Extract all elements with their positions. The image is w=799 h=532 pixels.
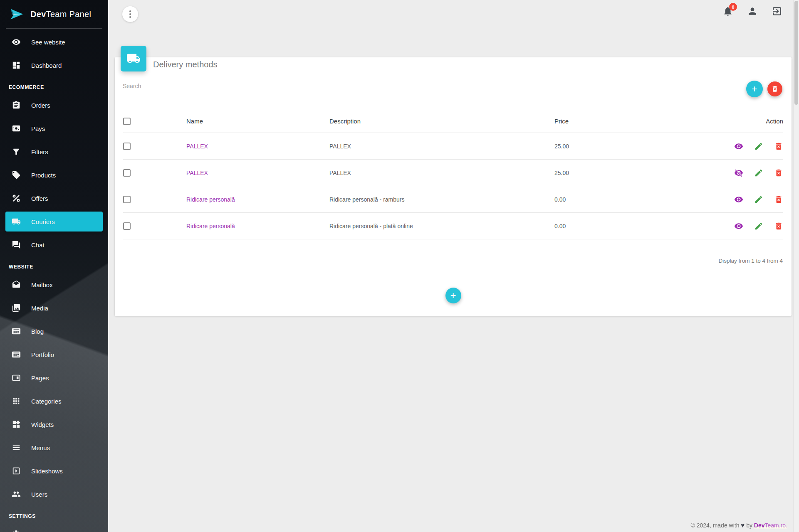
sidebar-item-couriers[interactable]: Couriers bbox=[5, 212, 103, 232]
column-header-price: Price bbox=[554, 118, 717, 125]
notifications-bell-icon[interactable]: 0 bbox=[722, 6, 733, 17]
main-content: 0 Delivery methods + Name bbox=[108, 0, 799, 532]
sidebar-item-label: Pays bbox=[31, 125, 45, 132]
row-checkbox[interactable] bbox=[123, 196, 131, 203]
kebab-menu-button[interactable] bbox=[122, 6, 138, 22]
grid-icon bbox=[11, 396, 21, 406]
sidebar-item-generals[interactable]: Generals bbox=[5, 522, 103, 532]
sidebar-item-label: Chat bbox=[31, 241, 45, 249]
table-row: Ridicare personalăRidicare personală - r… bbox=[123, 186, 783, 213]
sidebar-item-label: Dashboard bbox=[31, 62, 62, 69]
delete-trash-icon[interactable] bbox=[774, 222, 783, 231]
table-row: PALLEXPALLEX25.00 bbox=[123, 160, 783, 186]
edit-pencil-icon[interactable] bbox=[754, 142, 763, 151]
delivery-methods-card: Delivery methods + Name Description Pric… bbox=[115, 57, 792, 316]
eye-icon[interactable] bbox=[734, 195, 743, 204]
footer-brand-link[interactable]: DevTeam.ro. bbox=[754, 522, 787, 529]
funnel-icon bbox=[11, 147, 21, 157]
delivery-method-price: 0.00 bbox=[554, 196, 717, 203]
sidebar-item-media[interactable]: Media bbox=[5, 296, 103, 320]
page-title: Delivery methods bbox=[153, 60, 218, 69]
column-header-name: Name bbox=[186, 118, 329, 125]
tags-icon bbox=[11, 170, 21, 180]
search-field bbox=[123, 80, 277, 92]
sidebar-item-filters[interactable]: Filters bbox=[5, 140, 103, 163]
footer: © 2024, made with ♥ by DevTeam.ro. bbox=[691, 522, 787, 529]
sidebar-item-label: Portfolio bbox=[31, 351, 54, 358]
scrollbar-thumb[interactable] bbox=[794, 1, 798, 105]
truck-icon bbox=[11, 217, 21, 227]
sidebar-item-categories[interactable]: Categories bbox=[5, 389, 103, 413]
slideshow-icon bbox=[11, 466, 21, 476]
sidebar-item-blog[interactable]: Blog bbox=[5, 320, 103, 343]
brand: DevTeam Panel bbox=[0, 0, 108, 28]
sidebar-item-see-website[interactable]: See website bbox=[5, 30, 103, 54]
sidebar-item-label: Menus bbox=[31, 444, 50, 451]
sidebar-item-label: Filters bbox=[31, 148, 48, 155]
user-profile-icon[interactable] bbox=[747, 6, 758, 17]
edit-pencil-icon[interactable] bbox=[754, 168, 763, 177]
banknote-icon bbox=[11, 123, 21, 133]
row-checkbox[interactable] bbox=[123, 143, 131, 150]
add-delivery-method-button[interactable]: + bbox=[746, 81, 763, 97]
table-body: PALLEXPALLEX25.00PALLEXPALLEX25.00Ridica… bbox=[123, 133, 783, 239]
widgets-icon bbox=[11, 419, 21, 429]
sidebar-item-widgets[interactable]: Widgets bbox=[5, 413, 103, 436]
logout-icon[interactable] bbox=[772, 6, 782, 17]
sidebar-item-label: Offers bbox=[31, 195, 48, 202]
page-scrollbar[interactable] bbox=[793, 0, 799, 532]
percent-icon bbox=[11, 193, 21, 203]
pagination-status: Display from 1 to 4 from 4 bbox=[718, 258, 783, 264]
add-delivery-method-fab[interactable]: + bbox=[445, 288, 461, 303]
delivery-method-name-link[interactable]: Ridicare personală bbox=[186, 223, 235, 229]
brand-logo-icon bbox=[9, 7, 24, 22]
footer-copyright: © 2024, made with bbox=[691, 522, 740, 529]
delivery-method-price: 25.00 bbox=[554, 143, 717, 150]
eye-off-icon[interactable] bbox=[734, 168, 743, 177]
sidebar-item-slideshows[interactable]: Slideshows bbox=[5, 459, 103, 483]
clipboard-icon bbox=[11, 100, 21, 110]
table-header-row: Name Description Price Action bbox=[123, 110, 783, 133]
eye-icon[interactable] bbox=[734, 222, 743, 231]
sidebar-item-label: Mailbox bbox=[31, 281, 53, 288]
card-actions: + bbox=[746, 81, 782, 97]
sidebar-item-pays[interactable]: Pays bbox=[5, 117, 103, 140]
delete-trash-icon[interactable] bbox=[774, 168, 783, 177]
eye-icon bbox=[11, 37, 21, 47]
delete-selected-button[interactable] bbox=[767, 81, 782, 96]
edit-pencil-icon[interactable] bbox=[754, 222, 763, 231]
delivery-method-name-link[interactable]: Ridicare personală bbox=[186, 196, 235, 203]
select-all-checkbox[interactable] bbox=[123, 118, 131, 125]
truck-icon bbox=[121, 46, 146, 71]
sidebar-item-menus[interactable]: Menus bbox=[5, 436, 103, 459]
pages-icon bbox=[11, 373, 21, 383]
topbar: 0 bbox=[108, 0, 799, 22]
sidebar-item-portfolio[interactable]: Portfolio bbox=[5, 343, 103, 366]
edit-pencil-icon[interactable] bbox=[754, 195, 763, 204]
eye-icon[interactable] bbox=[734, 142, 743, 151]
sidebar-item-orders[interactable]: Orders bbox=[5, 94, 103, 117]
delivery-method-name-link[interactable]: PALLEX bbox=[186, 143, 208, 150]
delete-trash-icon[interactable] bbox=[774, 195, 783, 204]
delivery-method-description: Ridicare personală - plată online bbox=[329, 223, 554, 229]
delivery-method-description: PALLEX bbox=[329, 143, 554, 150]
sidebar-item-dashboard[interactable]: Dashboard bbox=[5, 54, 103, 77]
sidebar-item-offers[interactable]: Offers bbox=[5, 187, 103, 210]
sidebar-item-mailbox[interactable]: Mailbox bbox=[5, 273, 103, 296]
delete-trash-icon[interactable] bbox=[774, 142, 783, 151]
row-checkbox[interactable] bbox=[123, 169, 131, 177]
sidebar-item-pages[interactable]: Pages bbox=[5, 366, 103, 389]
sidebar-item-chat[interactable]: Chat bbox=[5, 233, 103, 256]
notifications-badge: 0 bbox=[729, 3, 737, 11]
topbar-actions: 0 bbox=[722, 6, 782, 17]
delivery-method-name-link[interactable]: PALLEX bbox=[186, 170, 208, 176]
newspaper-icon bbox=[11, 350, 21, 360]
sidebar-item-products[interactable]: Products bbox=[5, 163, 103, 187]
media-icon bbox=[11, 303, 21, 313]
dashboard-icon bbox=[11, 60, 21, 70]
search-input[interactable] bbox=[123, 80, 277, 92]
sidebar-section-header-ecommerce: ECOMMERCE bbox=[0, 77, 108, 94]
row-checkbox[interactable] bbox=[123, 222, 131, 230]
sidebar-item-label: See website bbox=[31, 39, 65, 46]
sidebar-item-users[interactable]: Users bbox=[5, 483, 103, 506]
